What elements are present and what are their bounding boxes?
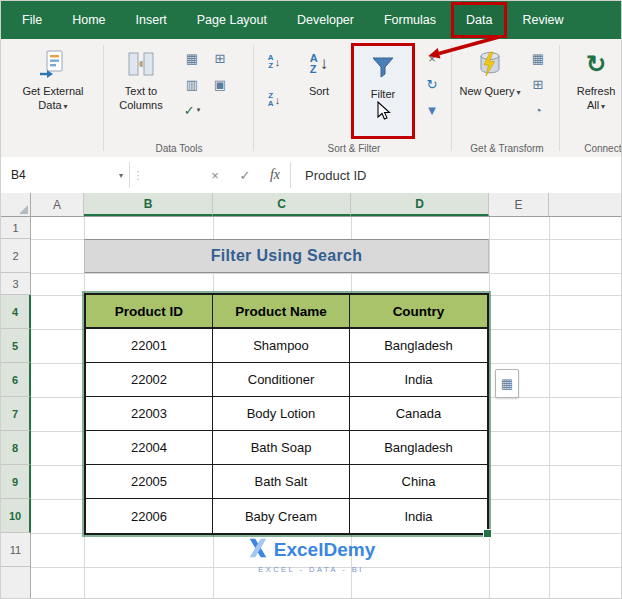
tab-file[interactable]: File [7, 1, 57, 39]
dropdown-caret-icon: ▾ [197, 106, 201, 114]
table-cell[interactable]: India [350, 499, 487, 533]
table-cell[interactable]: Bangladesh [350, 329, 487, 363]
title-cell[interactable]: Filter Using Search [84, 239, 489, 273]
table-cell[interactable]: Conditioner [213, 363, 350, 397]
table-cell[interactable]: Bath Salt [213, 465, 350, 499]
sort-button[interactable]: AZ↓ Sort [293, 43, 345, 139]
reapply-filter-icon[interactable]: ↻ [421, 73, 443, 95]
name-box-dropdown-icon[interactable]: ▾ [119, 171, 123, 180]
table-cell[interactable]: 22006 [86, 499, 213, 533]
column-header-e[interactable]: E [489, 193, 549, 216]
tab-page-layout[interactable]: Page Layout [182, 1, 282, 39]
filter-label: Filter [371, 88, 395, 100]
advanced-filter-icon[interactable]: ▼ [421, 99, 443, 121]
table-cell[interactable]: Bangladesh [350, 431, 487, 465]
row-header-4[interactable]: 4 [1, 295, 31, 329]
name-box-value: B4 [11, 168, 26, 182]
column-header-a[interactable]: A [31, 193, 84, 216]
row-header-7[interactable]: 7 [1, 397, 31, 431]
insert-function-icon[interactable]: fx [260, 157, 290, 193]
row-header-6[interactable]: 6 [1, 363, 31, 397]
row-header-9[interactable]: 9 [1, 465, 31, 499]
table-cell[interactable]: Body Lotion [213, 397, 350, 431]
tab-data[interactable]: Data [451, 2, 507, 38]
tab-developer[interactable]: Developer [282, 1, 369, 39]
recent-sources-icon[interactable]: ◔ [527, 99, 549, 121]
refresh-all-icon: ↻ [586, 47, 606, 81]
quick-analysis-button[interactable]: ▦ [495, 369, 519, 398]
table-cell[interactable]: Bath Soap [213, 431, 350, 465]
column-header-f[interactable] [549, 193, 621, 216]
watermark: ExcelDemy EXCEL - DATA - BI [201, 537, 421, 574]
table-cell[interactable]: 22003 [86, 397, 213, 431]
quick-analysis-icon: ▦ [501, 376, 513, 391]
refresh-all-button[interactable]: ↻ Refresh All▾ [567, 43, 622, 139]
table-cell[interactable]: Baby Cream [213, 499, 350, 533]
group-label-get-transform: Get & Transform [457, 143, 557, 154]
formula-bar-handle-icon[interactable]: ⋮ [130, 157, 146, 193]
consolidate-icon[interactable]: ⊞ [209, 47, 231, 69]
table-header-cell[interactable]: Product ID [86, 295, 213, 329]
row-header-1[interactable]: 1 [1, 217, 30, 239]
table-cell[interactable]: China [350, 465, 487, 499]
new-query-icon [475, 47, 505, 81]
clear-filter-icon[interactable]: × [421, 47, 443, 69]
select-all-corner[interactable] [1, 193, 31, 217]
table-cell[interactable]: 22005 [86, 465, 213, 499]
formula-bar-input[interactable]: Product ID [291, 157, 621, 193]
sort-ascending-icon[interactable]: AZ↓ [261, 47, 287, 77]
column-header-b[interactable]: B [84, 193, 213, 216]
ribbon-tab-bar: File Home Insert Page Layout Developer F… [1, 1, 621, 39]
table-header-cell[interactable]: Product Name [213, 295, 350, 329]
enter-icon[interactable]: ✓ [230, 157, 260, 193]
remove-duplicates-icon[interactable]: ▥ [181, 73, 203, 95]
sort-icon: AZ↓ [310, 47, 328, 81]
group-divider [559, 45, 560, 151]
filter-button[interactable]: Filter [351, 43, 415, 139]
group-sort-filter: AZ↓ ZA↓ AZ↓ Sort Filter × ↻ ▼ Sort & Fil… [259, 39, 449, 157]
get-external-data-label: Get External Data [22, 85, 83, 111]
text-to-columns-button[interactable]: Text to Columns [109, 43, 173, 139]
watermark-tagline: EXCEL - DATA - BI [258, 565, 364, 574]
dropdown-caret-icon: ▾ [64, 102, 68, 111]
row-header-3[interactable]: 3 [1, 273, 30, 295]
row-headers: 1 2 3 4 5 6 7 8 9 10 11 [1, 217, 31, 598]
table-cell[interactable]: 22001 [86, 329, 213, 363]
table-cell[interactable]: Canada [350, 397, 487, 431]
group-get-external-data: Get External Data▾ [5, 39, 101, 157]
flash-fill-icon[interactable]: ▦ [181, 47, 203, 69]
group-divider [103, 45, 104, 151]
get-external-data-icon [38, 47, 68, 81]
column-header-c[interactable]: C [213, 193, 351, 216]
fill-handle[interactable] [483, 529, 492, 538]
row-header-10[interactable]: 10 [1, 499, 31, 533]
tab-formulas[interactable]: Formulas [369, 1, 451, 39]
spacer [146, 157, 200, 193]
tab-home[interactable]: Home [57, 1, 120, 39]
relationships-icon[interactable]: ▣ [209, 73, 231, 95]
row-header-8[interactable]: 8 [1, 431, 31, 465]
from-table-icon[interactable]: ⊞ [527, 73, 549, 95]
get-external-data-button[interactable]: Get External Data▾ [13, 43, 93, 139]
row-header-5[interactable]: 5 [1, 329, 31, 363]
table-cell[interactable]: India [350, 363, 487, 397]
sort-descending-icon[interactable]: ZA↓ [261, 85, 287, 115]
data-validation-icon[interactable]: ✓▾ [181, 99, 203, 121]
refresh-all-label: Refresh All [577, 85, 616, 111]
row-header-11[interactable]: 11 [1, 533, 30, 567]
new-query-label: New Query [459, 85, 514, 97]
name-box[interactable]: B4 ▾ [1, 157, 129, 193]
dropdown-caret-icon: ▾ [601, 102, 605, 111]
new-query-button[interactable]: New Query▾ [459, 43, 521, 139]
cancel-icon[interactable]: × [200, 157, 230, 193]
column-header-d[interactable]: D [351, 193, 489, 216]
tab-insert[interactable]: Insert [121, 1, 182, 39]
table-cell[interactable]: Shampoo [213, 329, 350, 363]
row-header-2[interactable]: 2 [1, 239, 30, 273]
table-cell[interactable]: 22004 [86, 431, 213, 465]
tab-review[interactable]: Review [507, 1, 578, 39]
table-header-cell[interactable]: Country [350, 295, 487, 329]
worksheet: A B C D E 1 2 3 4 5 6 7 8 9 10 11 [1, 193, 621, 598]
table-cell[interactable]: 22002 [86, 363, 213, 397]
show-queries-icon[interactable]: ▦ [527, 47, 549, 69]
